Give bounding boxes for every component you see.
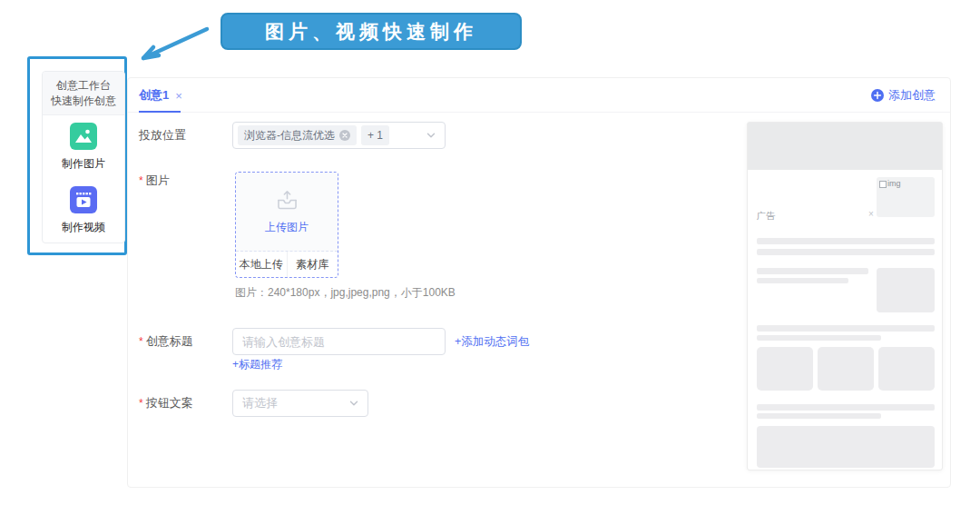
select-placeholder: 请选择 [242,395,278,411]
title-suggest-link[interactable]: +标题推荐 [232,357,282,372]
add-dynamic-words-link[interactable]: +添加动态词包 [455,328,529,355]
skeleton-line [757,413,881,419]
skeleton-line [757,238,935,244]
tab-label: 创意1 [139,87,169,104]
upload-icon [275,188,299,213]
title-input[interactable] [232,328,446,355]
title-label: *创意标题 [139,328,230,355]
plus-circle-icon [871,89,884,102]
callout-label: 图片、视频快速制作 [265,19,477,45]
image-spec-hint: 图片：240*180px，jpg,jpeg,png，小于100KB [235,285,456,301]
required-mark: * [139,335,143,348]
sidebar-item-label: 制作图片 [62,156,105,172]
upload-dropzone[interactable]: 上传图片 本地上传 素材库 [235,172,338,278]
button-copy-label: *按钮文案 [139,390,230,417]
placement-label: 投放位置 [139,122,230,149]
creative-editor-panel: 创意1 × 添加创意 投放位置 浏览器-信息流优选 + 1 [127,77,951,488]
chevron-down-icon [348,398,359,409]
ad-badge: 广告 [757,210,775,223]
preview-close-icon[interactable]: × [868,209,874,219]
add-creative-label: 添加创意 [888,87,936,104]
placement-tag: 浏览器-信息流优选 [238,125,357,145]
sidebar-title-line2: 快速制作创意 [51,94,116,109]
video-icon [70,186,97,213]
sidebar-item-label: 制作视频 [62,220,105,235]
tab-bar: 创意1 × 添加创意 [128,78,950,113]
image-icon [70,123,97,150]
material-library-button[interactable]: 素材库 [288,252,338,277]
skeleton-tile [757,347,813,391]
required-mark: * [139,397,143,410]
skeleton-line [757,278,848,283]
preview-image-placeholder: img [877,177,935,217]
sidebar-item-make-image[interactable]: 制作图片 [43,115,124,179]
callout-banner: 图片、视频快速制作 [220,13,522,50]
upload-main-area[interactable]: 上传图片 [236,173,338,252]
skeleton-line [757,404,935,411]
chevron-down-icon [426,130,436,141]
required-mark: * [139,174,143,187]
skeleton-tile [818,347,874,391]
tab-close-icon[interactable]: × [175,89,182,103]
sidebar-item-make-video[interactable]: 制作视频 [43,179,124,243]
skeleton-tile [878,347,935,391]
placement-more-tag: + 1 [361,125,389,145]
upload-actions: 本地上传 素材库 [236,252,338,277]
sidebar-title-line1: 创意工作台 [56,78,111,94]
callout-arrow-icon [134,25,211,62]
skeleton-tile [877,268,935,312]
placement-select[interactable]: 浏览器-信息流优选 + 1 [232,122,446,149]
skeleton-line [757,325,935,332]
tag-close-icon[interactable] [339,130,350,141]
button-copy-select[interactable]: 请选择 [232,390,368,417]
skeleton-line [757,335,881,341]
sidebar-title: 创意工作台 快速制作创意 [43,72,124,115]
skeleton-block [757,426,935,468]
broken-image-icon: img [879,179,932,188]
skeleton-line [757,268,868,274]
skeleton-line [757,249,935,255]
ad-preview-card: img 广告 × [747,122,943,470]
add-creative-button[interactable]: 添加创意 [871,78,936,113]
preview-header-block [748,123,942,170]
tab-creative-1[interactable]: 创意1 × [139,78,182,113]
image-label: *图片 [139,172,230,190]
creative-workbench-panel: 创意工作台 快速制作创意 制作图片 制作视频 [42,71,125,243]
tab-active-underline [139,111,181,113]
local-upload-button[interactable]: 本地上传 [236,252,288,277]
upload-image-label: 上传图片 [265,220,309,235]
